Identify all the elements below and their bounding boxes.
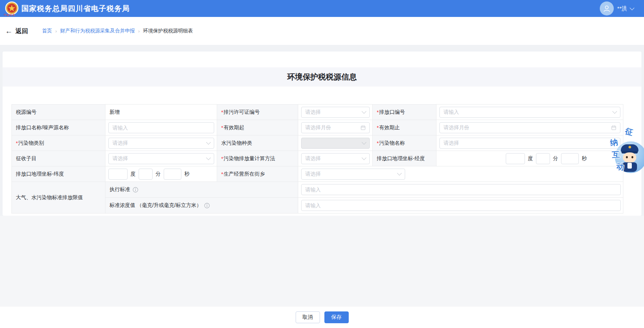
longitude-field-cell: 度 分 秒: [436, 151, 623, 166]
tax-assistant-mascot[interactable]: 征 纳 互 动: [608, 127, 644, 175]
page-title: 环境保护税税源信息: [3, 67, 641, 87]
save-button[interactable]: 保存: [324, 311, 349, 323]
outlet-no-label-cell: * 排放口编号: [373, 105, 436, 120]
emission-limit-subrows: 执行标准 标准浓度值 （毫克/升或毫克/标立方米）: [105, 182, 623, 214]
chevron-down-icon: [397, 171, 402, 176]
assistant-char: 动: [616, 161, 625, 173]
required-mark: *: [221, 156, 223, 162]
longitude-minute-input[interactable]: [536, 153, 550, 164]
outlet-no-combobox[interactable]: 请输入: [439, 107, 620, 118]
water-pollutant-type-label-cell: 水污染物种类: [217, 135, 298, 151]
outlet-name-input[interactable]: [108, 122, 214, 133]
pollutant-name-field-cell: 请选择: [436, 135, 623, 151]
officer-eye: [631, 156, 633, 158]
field-label: 大气、水污染物标准排放限值: [16, 194, 83, 201]
longitude-dms-group: 度 分 秒: [506, 153, 590, 164]
valid-from-label-cell: * 有效期起: [217, 120, 298, 135]
cancel-button[interactable]: 取消: [296, 311, 320, 323]
breadcrumb: ← 返回 首页 › 财产和行为税税源采集及合并申报 › 环境保护税税源明细表: [5, 17, 193, 45]
pollutant-category-label-cell: * 污染物类别: [12, 135, 105, 151]
field-label: 污染物排放量计算方法: [223, 155, 275, 162]
calendar-icon: [361, 125, 366, 130]
chevron-down-icon: [362, 140, 366, 145]
second-unit-label: 秒: [184, 171, 189, 177]
info-icon[interactable]: [204, 203, 210, 208]
app-title: 国家税务总局四川省电子税务局: [21, 0, 130, 17]
required-mark: *: [377, 140, 379, 146]
breadcrumb-separator: ›: [138, 28, 140, 34]
required-mark: *: [221, 171, 223, 177]
username-label: **洪: [617, 5, 627, 12]
std-concentration-field-cell: [298, 198, 623, 214]
chevron-down-icon: [206, 140, 211, 145]
required-mark: *: [377, 109, 379, 115]
page: 中国税务 国家税务总局四川省电子税务局 **洪 ← 返回 首页 › 财产和行为税…: [0, 0, 644, 328]
field-label: 有效期止: [379, 124, 400, 131]
water-pollutant-type-select-disabled: [301, 138, 370, 149]
required-mark: *: [377, 125, 379, 131]
user-avatar[interactable]: [600, 1, 614, 15]
permit-no-field-cell: 请选择: [298, 105, 373, 120]
exec-standard-row: 执行标准: [105, 182, 623, 198]
township-select[interactable]: 请选择: [301, 169, 405, 180]
pollutant-category-select[interactable]: 请选择: [108, 138, 214, 149]
back-arrow-icon[interactable]: ←: [5, 27, 13, 35]
longitude-second-input[interactable]: [561, 153, 579, 164]
date-placeholder: 请选择月份: [443, 124, 609, 131]
breadcrumb-current: 环境保护税税源明细表: [143, 28, 193, 34]
levy-sub-item-select[interactable]: 请选择: [108, 153, 214, 164]
discharge-calc-method-select[interactable]: 请选择: [301, 153, 370, 164]
select-placeholder: 请选择: [112, 155, 207, 162]
latitude-second-input[interactable]: [164, 169, 181, 180]
table-row: * 污染物类别 请选择 水污染物种类 * 污染物名称: [12, 135, 623, 151]
township-label-cell: * 生产经营所在街乡: [217, 166, 298, 182]
footer-action-bar: 取消 保存: [0, 307, 644, 328]
permit-no-select[interactable]: 请选择: [301, 107, 370, 118]
back-button[interactable]: 返回: [15, 27, 28, 35]
select-placeholder: 请选择: [112, 140, 207, 147]
required-mark: *: [16, 140, 18, 146]
chevron-down-icon[interactable]: [630, 6, 634, 10]
std-concentration-input[interactable]: [301, 200, 621, 211]
field-label: 税源编号: [16, 109, 36, 116]
outlet-name-label-cell: 排放口名称/噪声源名称: [12, 120, 105, 135]
levy-sub-item-field-cell: 请选择: [105, 151, 217, 166]
water-pollutant-type-field-cell: [298, 135, 373, 151]
outlet-name-field-cell: [105, 120, 217, 135]
emission-limit-rows: 大气、水污染物标准排放限值 执行标准: [12, 182, 623, 214]
valid-from-field-cell: 请选择月份: [298, 120, 373, 135]
breadcrumb-home[interactable]: 首页: [42, 28, 52, 34]
field-label: 排放口地理坐标-经度: [377, 155, 425, 162]
info-icon[interactable]: [133, 187, 138, 193]
officer-eye: [626, 156, 628, 158]
date-placeholder: 请选择月份: [305, 124, 358, 131]
pollutant-name-select[interactable]: 请选择: [439, 138, 620, 149]
breadcrumb-collection[interactable]: 财产和行为税税源采集及合并申报: [60, 28, 135, 34]
field-label: 执行标准: [109, 186, 130, 193]
latitude-minute-input[interactable]: [139, 169, 153, 180]
select-placeholder: 请选择: [443, 140, 613, 147]
latitude-degree-input[interactable]: [108, 169, 128, 180]
field-label: 污染物类别: [18, 140, 44, 147]
officer-cap-badge: [629, 146, 631, 148]
valid-to-datepicker[interactable]: 请选择月份: [439, 122, 620, 133]
user-menu[interactable]: **洪: [600, 0, 634, 17]
select-placeholder: 请选择: [305, 155, 362, 162]
content-background: [0, 216, 644, 307]
select-placeholder: 请选择: [305, 109, 362, 116]
valid-from-datepicker[interactable]: 请选择月份: [301, 122, 370, 133]
valid-to-field-cell: 请选择月份: [436, 120, 623, 135]
person-icon: [602, 4, 611, 13]
exec-standard-input[interactable]: [301, 184, 621, 195]
officer-shirt: [627, 163, 632, 169]
second-unit-label: 秒: [582, 155, 587, 162]
field-label: 有效期起: [223, 124, 244, 131]
assistant-char: 纳: [609, 137, 619, 148]
field-label: 排放口名称/噪声源名称: [16, 124, 69, 131]
field-label: 排污许可证编号: [223, 109, 260, 116]
levy-sub-item-label-cell: 征收子目: [12, 151, 105, 166]
field-label: 污染物名称: [379, 140, 405, 147]
officer-face: [623, 152, 636, 163]
tax-source-no-label-cell: 税源编号: [12, 105, 105, 120]
longitude-degree-input[interactable]: [506, 153, 525, 164]
